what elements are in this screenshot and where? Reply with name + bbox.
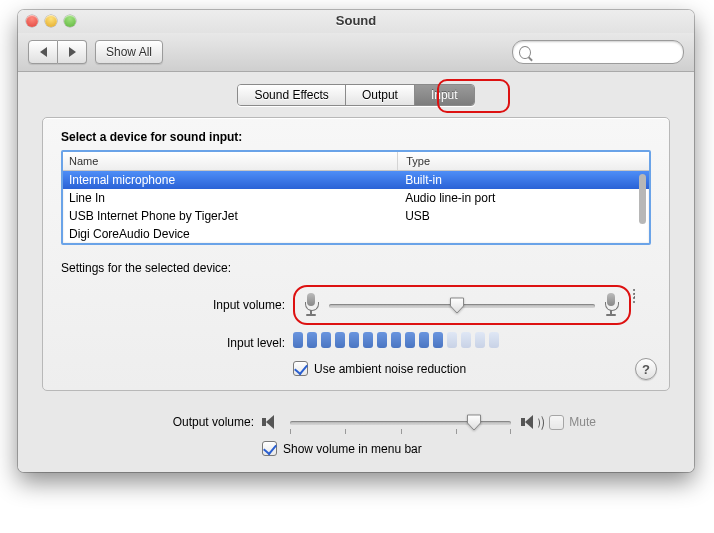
window-controls	[26, 15, 76, 27]
input-volume-label: Input volume:	[61, 298, 293, 312]
checkbox-icon	[549, 415, 564, 430]
search-input[interactable]	[535, 44, 677, 60]
checkbox-icon	[262, 441, 277, 456]
chevron-left-icon	[40, 47, 47, 57]
input-level-meter	[293, 332, 539, 348]
device-row[interactable]: Line In Audio line-in port	[63, 189, 649, 207]
column-name: Name	[63, 152, 398, 170]
slider-thumb[interactable]	[466, 414, 481, 431]
device-table[interactable]: Name Type Internal microphone Built-in L…	[61, 150, 651, 245]
input-panel: Select a device for sound input: Name Ty…	[42, 117, 670, 391]
tab-input[interactable]: Input	[415, 85, 474, 105]
show-volume-menubar-label: Show volume in menu bar	[283, 442, 422, 456]
mute-label: Mute	[569, 415, 596, 429]
close-icon[interactable]	[26, 15, 38, 27]
tab-label: Input	[431, 88, 458, 102]
search-field[interactable]	[512, 40, 684, 64]
input-volume-slider[interactable]	[329, 296, 595, 314]
settings-label: Settings for the selected device:	[61, 261, 651, 275]
tab-label: Output	[362, 88, 398, 102]
chevron-right-icon	[69, 47, 76, 57]
tab-output[interactable]: Output	[346, 85, 415, 105]
toolbar: Show All	[18, 33, 694, 72]
ambient-noise-label: Use ambient noise reduction	[314, 362, 466, 376]
back-button[interactable]	[28, 40, 58, 64]
scrollbar-thumb[interactable]	[639, 174, 646, 224]
tab-label: Sound Effects	[254, 88, 329, 102]
nav-segment	[28, 40, 87, 64]
output-volume-slider[interactable]	[290, 413, 511, 431]
ambient-noise-checkbox[interactable]: Use ambient noise reduction	[293, 361, 466, 376]
device-row[interactable]: Digi CoreAudio Device	[63, 225, 649, 243]
microphone-low-icon	[303, 293, 321, 317]
titlebar: Sound	[18, 10, 694, 33]
tab-sound-effects[interactable]: Sound Effects	[238, 85, 346, 105]
mute-checkbox[interactable]: Mute	[549, 415, 596, 430]
microphone-high-icon	[603, 293, 621, 317]
output-volume-label: Output volume:	[42, 415, 262, 429]
content-area: Sound Effects Output Input Select a devi…	[18, 72, 694, 407]
zoom-icon[interactable]	[64, 15, 76, 27]
minimize-icon[interactable]	[45, 15, 57, 27]
forward-button[interactable]	[58, 40, 87, 64]
show-volume-menubar-checkbox[interactable]: Show volume in menu bar	[262, 441, 422, 456]
slider-thumb[interactable]	[449, 297, 464, 314]
input-level-label: Input level:	[61, 336, 293, 350]
scrollbar[interactable]	[638, 174, 647, 241]
output-volume-area: Output volume: Mute	[18, 407, 694, 472]
select-device-label: Select a device for sound input:	[61, 130, 651, 144]
help-button[interactable]: ?	[635, 358, 657, 380]
window-title: Sound	[336, 13, 376, 28]
column-type: Type	[398, 155, 649, 167]
speaker-low-icon	[262, 414, 280, 430]
search-icon	[519, 46, 531, 59]
speaker-high-icon	[521, 414, 539, 430]
device-row[interactable]: Internal microphone Built-in	[63, 171, 649, 189]
sound-prefs-window: Sound Show All Sound Effects Output Inpu…	[18, 10, 694, 472]
device-table-header: Name Type	[63, 152, 649, 171]
tabs: Sound Effects Output Input	[42, 84, 670, 106]
show-all-label: Show All	[106, 45, 152, 59]
annotation-input-volume	[293, 285, 631, 325]
show-all-button[interactable]: Show All	[95, 40, 163, 64]
device-row[interactable]: USB Internet Phone by TigerJet USB	[63, 207, 649, 225]
checkbox-icon	[293, 361, 308, 376]
